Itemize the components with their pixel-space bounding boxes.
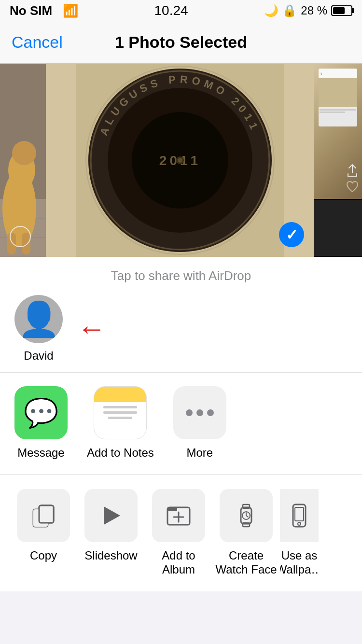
carrier-label: No SIM 📶 (10, 3, 78, 18)
share-small-icon (345, 163, 360, 178)
watch-face-icon-box (220, 489, 273, 542)
wallpaper-label: Use as Wallpa… (280, 549, 319, 577)
action-add-album[interactable]: Add to Album (145, 489, 212, 577)
app-item-more[interactable]: More (173, 386, 226, 460)
copy-icon (30, 503, 56, 529)
wifi-icon: 📶 (63, 3, 78, 18)
battery-percent: 28 % (301, 4, 327, 17)
svg-point-23 (178, 158, 182, 163)
dot-3 (207, 409, 214, 416)
photo-strip-right: ‹ (314, 64, 362, 257)
unselected-badge[interactable] (10, 226, 31, 247)
svg-rect-41 (295, 507, 304, 521)
photo-right-top[interactable]: ‹ (314, 64, 362, 199)
person-icon: 👤 (18, 302, 60, 336)
svg-point-7 (12, 141, 36, 165)
message-app-icon: 💬 (14, 386, 68, 439)
slideshow-label: Slideshow (84, 549, 137, 563)
notes-line-2 (103, 411, 137, 414)
app-item-message[interactable]: 💬 Message (14, 386, 68, 460)
svg-rect-35 (243, 504, 250, 508)
airdrop-contacts: 👤 David ← (0, 295, 362, 363)
contact-name-david: David (24, 349, 53, 363)
photo-strip: ALUGUSS PROMO 2011 2011 ✓ ‹ (0, 64, 362, 257)
more-app-label: More (186, 446, 213, 460)
action-copy[interactable]: Copy (10, 489, 77, 577)
selected-badge[interactable]: ✓ (279, 222, 304, 247)
wallpaper-icon (286, 503, 312, 529)
add-album-icon (166, 503, 192, 529)
copy-icon-box (17, 489, 70, 542)
dot-2 (196, 409, 203, 416)
notes-line-1 (103, 406, 137, 408)
message-app-label: Message (17, 446, 64, 460)
svg-rect-36 (243, 523, 250, 527)
action-slideshow[interactable]: Slideshow (77, 489, 145, 577)
checkmark-icon: ✓ (286, 226, 298, 243)
more-dots (186, 409, 214, 416)
mini-screenshot: ‹ (319, 69, 357, 126)
clock: 10.24 (154, 3, 188, 18)
message-bubble-icon: 💬 (24, 396, 58, 429)
dot-1 (186, 409, 193, 416)
contact-avatar-david: 👤 (14, 295, 63, 343)
svg-point-42 (298, 522, 301, 525)
action-wallpaper[interactable]: Use as Wallpa… (280, 489, 319, 577)
airdrop-label: Tap to share with AirDrop (0, 268, 362, 283)
battery-icon (331, 5, 352, 16)
actions-section: Copy Slideshow Add to Album (0, 475, 362, 591)
nav-bar: Cancel 1 Photo Selected (0, 21, 362, 64)
copy-label: Copy (30, 549, 57, 563)
photo-thumb-left[interactable] (0, 64, 46, 257)
page-title: 1 Photo Selected (115, 33, 247, 52)
heart-small-icon (345, 180, 360, 194)
arrow-indicator: ← (77, 295, 106, 363)
more-app-icon (173, 386, 226, 439)
slideshow-icon (98, 503, 124, 529)
lock-icon: 🔒 (282, 4, 297, 17)
svg-rect-28 (39, 505, 54, 523)
status-bar: No SIM 📶 10.24 🌙 🔒 28 % (0, 0, 362, 21)
watch-face-label: Create Watch Face (212, 549, 280, 577)
app-item-notes[interactable]: Add to Notes (87, 386, 154, 460)
wallpaper-icon-box (280, 489, 319, 542)
moon-icon: 🌙 (264, 4, 278, 17)
svg-rect-31 (167, 507, 177, 511)
left-arrow-icon: ← (77, 314, 106, 343)
coin-svg: ALUGUSS PROMO 2011 2011 (76, 64, 284, 257)
airdrop-section: Tap to share with AirDrop 👤 David ← (0, 257, 362, 373)
watch-face-icon (233, 503, 259, 529)
notes-line-3 (108, 417, 132, 419)
notes-app-label: Add to Notes (87, 446, 154, 460)
action-watch-face[interactable]: Create Watch Face (212, 489, 280, 577)
mini-nav: ‹ (319, 69, 357, 78)
app-share-section: 💬 Message Add to Notes More (0, 373, 362, 475)
status-right: 🌙 🔒 28 % (264, 4, 352, 17)
cancel-button[interactable]: Cancel (12, 33, 63, 52)
add-album-icon-box (152, 489, 205, 542)
photo-main[interactable]: ALUGUSS PROMO 2011 2011 ✓ (46, 64, 314, 257)
notes-app-icon (94, 386, 147, 439)
slideshow-icon-box (84, 489, 138, 542)
svg-marker-29 (104, 506, 120, 525)
svg-line-39 (246, 516, 248, 517)
coin-image: ALUGUSS PROMO 2011 2011 (74, 73, 286, 247)
add-album-label: Add to Album (145, 549, 212, 577)
photo-right-icons (314, 200, 362, 256)
contact-david[interactable]: 👤 David (14, 295, 63, 363)
